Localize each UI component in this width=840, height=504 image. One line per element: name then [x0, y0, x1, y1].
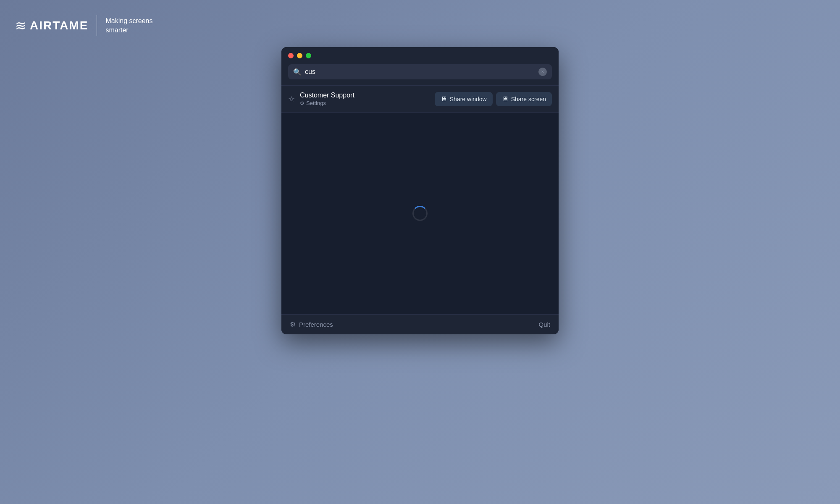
result-settings: ⚙ Settings [300, 100, 354, 106]
share-window-icon: 🖥 [441, 95, 447, 103]
logo-divider [97, 15, 97, 36]
result-left: ☆ Customer Support ⚙ Settings [288, 92, 354, 106]
search-clear-button[interactable]: × [538, 68, 547, 76]
preferences-icon: ⚙ [290, 320, 296, 328]
logo-brand: ≋ AIRTAME [15, 18, 88, 34]
result-item: ☆ Customer Support ⚙ Settings 🖥 Share wi… [281, 86, 559, 112]
minimize-button[interactable] [297, 53, 302, 58]
main-content [281, 113, 559, 314]
settings-label: Settings [306, 100, 326, 106]
loading-spinner-wrapper [412, 206, 428, 221]
share-window-label: Share window [450, 96, 487, 102]
result-actions: 🖥 Share window 🖥 Share screen [435, 92, 552, 106]
share-screen-button[interactable]: 🖥 Share screen [496, 92, 552, 106]
logo-name: AIRTAME [30, 19, 88, 32]
share-screen-icon: 🖥 [502, 95, 509, 103]
quit-button[interactable]: Quit [538, 321, 550, 328]
search-icon: 🔍 [293, 68, 302, 76]
maximize-button[interactable] [306, 53, 311, 58]
search-input[interactable] [305, 68, 535, 76]
desktop: ≋ AIRTAME Making screenssmarter 🔍 × [0, 0, 840, 504]
logo-waves-icon: ≋ [15, 18, 26, 34]
result-info: Customer Support ⚙ Settings [300, 92, 354, 106]
result-name: Customer Support [300, 92, 354, 99]
title-bar [281, 47, 559, 64]
bottom-bar: ⚙ Preferences Quit [281, 314, 559, 334]
logo-tagline: Making screenssmarter [105, 16, 152, 35]
quit-label: Quit [538, 321, 550, 328]
preferences-label: Preferences [299, 321, 333, 328]
app-window: 🔍 × ☆ Customer Support ⚙ Settings [281, 47, 559, 334]
close-button[interactable] [288, 53, 294, 58]
favorite-star-icon[interactable]: ☆ [288, 94, 295, 104]
search-wrapper: 🔍 × [288, 64, 552, 79]
share-screen-label: Share screen [511, 96, 546, 102]
share-window-button[interactable]: 🖥 Share window [435, 92, 493, 106]
search-bar: 🔍 × [281, 64, 559, 85]
logo-area: ≋ AIRTAME Making screenssmarter [15, 15, 153, 36]
settings-gear-icon: ⚙ [300, 100, 304, 106]
preferences-button[interactable]: ⚙ Preferences [290, 320, 333, 328]
loading-spinner [412, 206, 428, 221]
